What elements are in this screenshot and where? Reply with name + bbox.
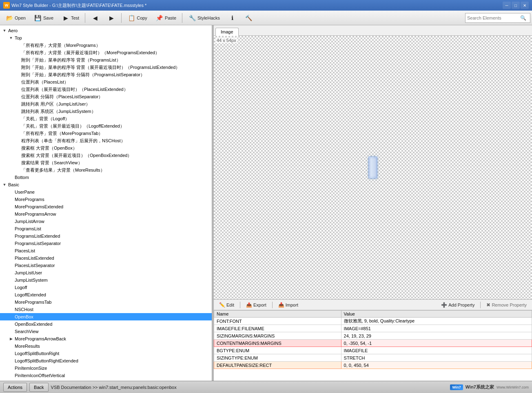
- tree-item-b14[interactable]: Logoff: [0, 284, 212, 291]
- tree-item-t1[interactable]: 「所有程序」大背景（MorePrograms）: [0, 42, 212, 49]
- add-property-button[interactable]: ➕ Add Property: [438, 301, 477, 309]
- tree-item-b21[interactable]: ▶MoreProgramsArrowBack: [0, 335, 212, 342]
- table-row[interactable]: FONT:FONT微软雅黑, 9, bold, Quality:Cleartyp…: [214, 318, 532, 325]
- tree-item-b22[interactable]: MoreResults: [0, 342, 212, 350]
- tree-item-t4[interactable]: 附到「开始」菜单的程序等 背景（展开最近项目时）（ProgramsListExt…: [0, 64, 212, 71]
- tree-label-b14: Logoff: [14, 284, 27, 291]
- search-icon[interactable]: 🔍: [520, 15, 526, 21]
- tree-arrow-b23: [8, 351, 14, 356]
- tree-arrow-b21[interactable]: ▶: [8, 336, 14, 342]
- back-nav-button[interactable]: Back: [29, 383, 48, 392]
- tree-item-b25[interactable]: PinItemIconSize: [0, 364, 212, 372]
- import-button[interactable]: 📥 Import: [275, 301, 301, 309]
- tree-item-b26[interactable]: PinItemIconOffsetVertical: [0, 372, 212, 379]
- tree-item-t14[interactable]: 程序列表（单击「所有程序」后展开的，NSCHost）: [0, 137, 212, 144]
- tree-label-t11: 「关机」背景（Logoff）: [20, 115, 69, 122]
- info-button[interactable]: ℹ: [224, 12, 240, 24]
- tree-arrow-top[interactable]: ▼: [8, 35, 14, 41]
- export-button[interactable]: 📤 Export: [243, 301, 269, 309]
- tree-item-b4[interactable]: MoreProgramsArrow: [0, 210, 212, 218]
- table-row[interactable]: SIZINGTYPE:ENUMSTRETCH: [214, 354, 532, 362]
- tree-item-b20[interactable]: SearchView: [0, 328, 212, 335]
- tree-item-b19[interactable]: OpenBoxExtended: [0, 320, 212, 328]
- tree-item-b15[interactable]: LogoffExtended: [0, 291, 212, 298]
- tree-item-b13[interactable]: JumpListSystem: [0, 276, 212, 284]
- tree-item-t15[interactable]: 搜索框 大背景（OpenBox）: [0, 144, 212, 152]
- tree-item-b10[interactable]: PlacesListExtended: [0, 254, 212, 262]
- tree-item-b1[interactable]: UserPane: [0, 188, 212, 196]
- tree-item-t8[interactable]: 位置列表 分隔符（PlacesListSeparator）: [0, 93, 212, 100]
- tree-item-t18[interactable]: 「查看更多结果」大背景（MoreResults）: [0, 166, 212, 174]
- tree-item-b9[interactable]: PlacesList: [0, 247, 212, 254]
- tree-item-t5[interactable]: 附到「开始」菜单的程序等 分隔符（ProgramsListSeparator）: [0, 71, 212, 78]
- tree-item-t13[interactable]: 「所有程序」背景（MoreProgramsTab）: [0, 130, 212, 137]
- table-row[interactable]: IMAGEFILE:FILENAMEIMAGE=#851: [214, 325, 532, 332]
- actions-button[interactable]: Actions: [3, 383, 27, 392]
- tree-item-b18[interactable]: OpenBox: [0, 313, 212, 320]
- tree-label-t8: 位置列表 分隔符（PlacesListSeparator）: [20, 93, 103, 100]
- tree-item-t3[interactable]: 附到「开始」菜单的程序等 背景（ProgramsList）: [0, 56, 212, 64]
- tree-item-b24[interactable]: LogoffSplitButtonRightExtended: [0, 357, 212, 364]
- tools-button[interactable]: 🔨: [241, 12, 256, 24]
- tree-arrow-b8: [8, 241, 14, 246]
- tree-item-aero[interactable]: ▼Aero: [0, 27, 212, 34]
- copy-button[interactable]: 📋 Copy: [124, 12, 151, 24]
- search-input[interactable]: [467, 15, 520, 20]
- tree-label-b6: ProgramsList: [14, 225, 41, 232]
- image-tab[interactable]: Image: [215, 28, 239, 36]
- save-button[interactable]: 💾 Save: [30, 12, 57, 24]
- title-bar: W Win7 Style Builder - G:\主题制作\主题\FATE\F…: [0, 0, 532, 11]
- tree-item-b6[interactable]: ProgramsList: [0, 225, 212, 232]
- tree-item-b17[interactable]: NSCHost: [0, 306, 212, 313]
- open-button[interactable]: 📂 Open: [2, 12, 29, 24]
- table-row[interactable]: SIZINGMARGINS:MARGINS24, 19, 23, 29: [214, 332, 532, 340]
- table-row[interactable]: CONTENTMARGINS:MARGINS0, -350, 54, -1: [214, 340, 532, 347]
- tree-arrow-t2: [15, 50, 20, 55]
- tree-item-t7[interactable]: 位置列表（展开最近项目时）（PlacesListExtended）: [0, 86, 212, 93]
- tree-item-t10[interactable]: 跳转列表 系统区（JumpListSystem）: [0, 108, 212, 115]
- tree-item-t12[interactable]: 「关机」背景（展开最近项目）（LogoffExtended）: [0, 122, 212, 130]
- tree-item-b7[interactable]: ProgramsListExtended: [0, 232, 212, 240]
- tree-label-b25: PinItemIconSize: [14, 364, 47, 372]
- tree-item-top[interactable]: ▼Top: [0, 34, 212, 42]
- tree-arrow-basic[interactable]: ▼: [2, 182, 7, 188]
- tree-label-b19: OpenBoxExtended: [14, 320, 52, 328]
- forward-button[interactable]: ▶: [104, 12, 119, 24]
- search-box[interactable]: 🔍: [465, 13, 530, 23]
- tree-item-t11[interactable]: 「关机」背景（Logoff）: [0, 115, 212, 122]
- remove-property-button[interactable]: ✖ Remove Property: [483, 301, 530, 309]
- tree-item-t17[interactable]: 搜索结果 背景（SearchView）: [0, 159, 212, 166]
- tree-item-b11[interactable]: PlacesListSeparator: [0, 262, 212, 269]
- tree-item-t9[interactable]: 跳转列表 用户区（JumpListUser）: [0, 100, 212, 108]
- tree-label-b3: MoreProgramsExtended: [14, 203, 63, 210]
- tree-item-bottom[interactable]: Bottom: [0, 174, 212, 181]
- tree-item-basic[interactable]: ▼Basic: [0, 181, 212, 188]
- stylehacks-button[interactable]: 🔧 StyleHacks: [184, 12, 224, 24]
- tree-item-b23[interactable]: LogoffSplitButtonRight: [0, 350, 212, 357]
- maximize-button[interactable]: □: [512, 2, 520, 9]
- edit-button[interactable]: ✏️ Edit: [216, 301, 237, 309]
- back-button[interactable]: ◀: [87, 12, 103, 24]
- close-button[interactable]: ✕: [521, 2, 529, 9]
- tree-label-b15: LogoffExtended: [14, 291, 46, 298]
- tree-item-b27[interactable]: PinItemIconOffsetHorizontal: [0, 379, 212, 381]
- minimize-button[interactable]: ─: [503, 2, 511, 9]
- tree-item-t16[interactable]: 搜索框 大背景（展开最近项目）（OpenBoxExtended）: [0, 152, 212, 159]
- tree-item-b5[interactable]: JumpListArrow: [0, 218, 212, 225]
- paste-button[interactable]: 📌 Paste: [152, 12, 180, 24]
- tree-item-b3[interactable]: MoreProgramsExtended: [0, 203, 212, 210]
- tree-container: ▼Aero▼Top「所有程序」大背景（MorePrograms）「所有程序」大背…: [0, 25, 212, 381]
- tree-arrow-b2: [8, 196, 14, 202]
- tree-item-b16[interactable]: MoreProgramsTab: [0, 298, 212, 306]
- test-button[interactable]: ▶ Test: [58, 12, 83, 24]
- tree-item-b8[interactable]: ProgramsListSeparator: [0, 240, 212, 247]
- tree-item-b2[interactable]: MorePrograms: [0, 196, 212, 203]
- table-row[interactable]: BGTYPE:ENUMIMAGEFILE: [214, 347, 532, 354]
- toolbar-separator-1: [85, 13, 85, 23]
- tree-arrow-b20: [8, 329, 14, 334]
- tree-arrow-aero[interactable]: ▼: [2, 28, 7, 33]
- tree-item-t6[interactable]: 位置列表（PlacesList）: [0, 78, 212, 86]
- tree-item-t2[interactable]: 「所有程序」大背景（展开最近项目时）（MoreProgramsExtended）: [0, 49, 212, 56]
- tree-item-b12[interactable]: JumpListUser: [0, 269, 212, 276]
- table-row[interactable]: DEFAULTPANESIZE:RECT0, 0, 450, 54: [214, 362, 532, 369]
